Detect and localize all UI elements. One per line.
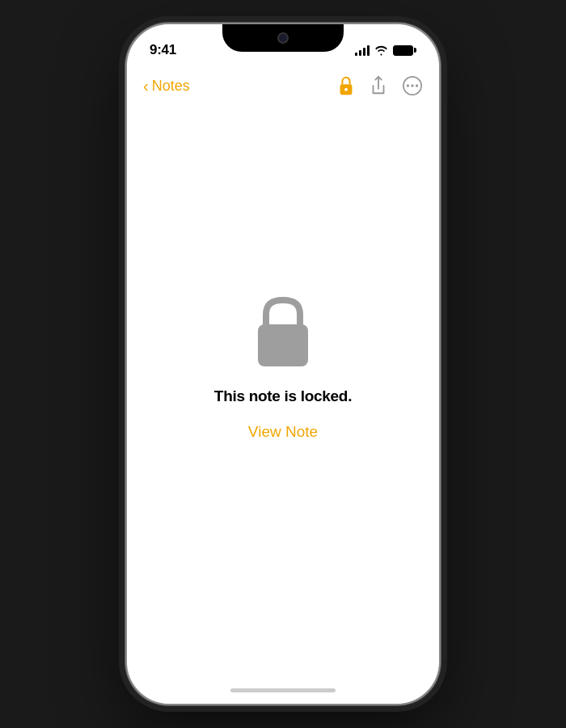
wifi-icon — [374, 45, 388, 56]
signal-icon — [355, 45, 370, 56]
notch — [222, 24, 344, 52]
locked-message: This note is locked. — [214, 387, 352, 405]
status-icons — [355, 45, 416, 56]
signal-bar-1 — [355, 53, 357, 56]
svg-point-3 — [407, 84, 409, 87]
back-label: Notes — [152, 78, 190, 95]
battery-body — [393, 45, 413, 56]
signal-bar-4 — [367, 45, 370, 56]
share-button[interactable] — [370, 75, 387, 96]
nav-actions — [337, 75, 423, 96]
signal-bar-3 — [363, 48, 365, 56]
power-button — [439, 178, 441, 251]
main-content: This note is locked. View Note — [127, 107, 439, 676]
view-note-button[interactable]: View Note — [248, 423, 318, 441]
svg-point-4 — [411, 84, 413, 87]
battery-tip — [414, 48, 416, 53]
phone-frame: 9:41 — [125, 23, 441, 705]
screen: 9:41 — [127, 24, 439, 704]
front-camera — [277, 32, 289, 44]
battery-icon — [393, 45, 416, 56]
home-indicator — [127, 676, 439, 704]
svg-point-5 — [416, 84, 418, 87]
back-button[interactable]: ‹ Notes — [143, 78, 190, 95]
status-time: 9:41 — [150, 42, 176, 58]
home-bar — [230, 688, 336, 692]
lock-button[interactable] — [337, 75, 355, 96]
svg-point-1 — [344, 88, 348, 91]
back-chevron-icon: ‹ — [143, 78, 149, 94]
svg-rect-6 — [258, 324, 308, 366]
signal-bar-2 — [359, 50, 361, 56]
more-button[interactable] — [402, 75, 423, 96]
locked-state-icon — [251, 294, 315, 371]
nav-bar: ‹ Notes — [127, 65, 439, 107]
